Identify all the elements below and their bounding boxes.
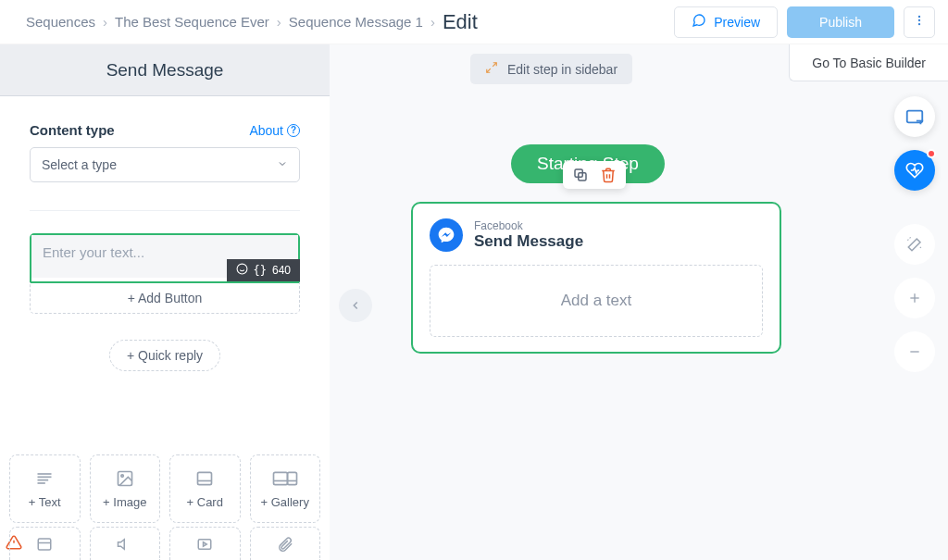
notification-dot — [927, 149, 936, 158]
svg-rect-14 — [273, 472, 287, 484]
edit-step-in-sidebar-button[interactable]: Edit step in sidebar — [470, 54, 632, 84]
add-panel-button[interactable] — [894, 96, 935, 137]
type-label: + Image — [103, 495, 146, 509]
svg-marker-22 — [204, 541, 207, 546]
content-type-row: + Text + Image + Card + Gallery — [0, 454, 330, 532]
content-type-label: Content type — [30, 122, 115, 138]
flow-canvas[interactable]: Edit step in sidebar Go To Basic Builder… — [330, 44, 948, 560]
emoji-icon[interactable] — [236, 263, 248, 278]
sidebar-title: Send Message — [0, 44, 330, 96]
breadcrumb-sequence-name[interactable]: The Best Sequence Ever — [115, 14, 269, 30]
quick-reply-button[interactable]: + Quick reply — [109, 340, 220, 371]
publish-button[interactable]: Publish — [787, 6, 894, 38]
send-message-node[interactable]: Facebook Send Message Add a text — [411, 202, 781, 354]
right-rail — [894, 96, 935, 372]
preview-button[interactable]: Preview — [674, 6, 778, 38]
add-attachment-card[interactable] — [250, 527, 321, 560]
chevron-down-icon — [277, 157, 288, 172]
sidebar: Send Message Content type About ? Select… — [0, 44, 330, 560]
svg-line-24 — [487, 68, 491, 72]
svg-line-23 — [493, 63, 496, 67]
svg-point-0 — [918, 15, 920, 17]
select-placeholder: Select a type — [42, 157, 117, 172]
chevron-right-icon: › — [277, 14, 281, 30]
node-toolbar — [563, 161, 626, 189]
chat-icon — [692, 13, 706, 31]
zoom-in-button[interactable] — [894, 278, 935, 318]
more-menu-button[interactable] — [904, 6, 935, 38]
type-label: + Text — [29, 495, 61, 509]
kebab-icon — [913, 13, 926, 31]
type-label: + Gallery — [261, 495, 309, 509]
svg-point-3 — [237, 264, 247, 274]
go-basic-builder-button[interactable]: Go To Basic Builder — [789, 44, 948, 81]
top-bar: Sequences › The Best Sequence Ever › Seq… — [0, 0, 948, 44]
edit-step-label: Edit step in sidebar — [507, 62, 617, 77]
type-label: + Card — [187, 495, 223, 509]
about-label: About — [249, 123, 283, 138]
expand-icon — [485, 61, 498, 77]
char-count: 640 — [272, 264, 291, 277]
add-button-label: + Add Button — [128, 291, 203, 305]
add-gallery-card[interactable]: + Gallery — [250, 454, 321, 523]
node-source: Facebook — [474, 219, 583, 232]
divider — [30, 210, 300, 211]
chevron-right-icon: › — [430, 14, 435, 30]
messenger-icon — [430, 218, 463, 252]
publish-label: Publish — [819, 15, 862, 30]
duplicate-icon[interactable] — [572, 167, 589, 183]
magic-wand-button[interactable] — [894, 224, 935, 265]
svg-point-1 — [918, 19, 920, 20]
add-button-row[interactable]: + Add Button {} 640 — [30, 282, 300, 314]
svg-rect-12 — [198, 472, 212, 484]
top-bar-actions: Preview Publish — [674, 6, 935, 38]
svg-rect-18 — [39, 539, 52, 550]
svg-point-11 — [121, 474, 124, 477]
chevron-right-icon: › — [103, 14, 107, 30]
breadcrumb: Sequences › The Best Sequence Ever › Seq… — [26, 10, 478, 34]
help-icon: ? — [287, 124, 300, 137]
add-card-card[interactable]: + Card — [169, 454, 241, 523]
breadcrumb-message[interactable]: Sequence Message 1 — [289, 14, 423, 30]
add-image-card[interactable]: + Image — [90, 454, 161, 523]
svg-point-2 — [918, 22, 920, 24]
svg-rect-16 — [287, 472, 296, 484]
node-add-text-slot[interactable]: Add a text — [430, 265, 763, 337]
add-video-card[interactable] — [169, 527, 241, 560]
node-header: Facebook Send Message — [430, 218, 763, 252]
add-card-card-2[interactable] — [9, 527, 81, 560]
delete-icon[interactable] — [600, 167, 617, 183]
breadcrumb-current: Edit — [443, 10, 478, 34]
collapse-sidebar-button[interactable] — [339, 289, 372, 322]
zoom-out-button[interactable] — [894, 331, 935, 372]
svg-marker-20 — [118, 539, 124, 549]
content-type-select[interactable]: Select a type — [30, 147, 300, 182]
variables-icon[interactable]: {} — [254, 264, 267, 277]
add-text-card[interactable]: + Text — [9, 454, 81, 523]
health-button[interactable] — [894, 150, 935, 191]
about-link[interactable]: About ? — [249, 123, 300, 138]
breadcrumb-sequences[interactable]: Sequences — [26, 14, 95, 30]
svg-rect-21 — [199, 539, 212, 549]
preview-label: Preview — [714, 15, 760, 30]
node-title: Send Message — [474, 232, 583, 251]
add-audio-card[interactable] — [90, 527, 161, 560]
